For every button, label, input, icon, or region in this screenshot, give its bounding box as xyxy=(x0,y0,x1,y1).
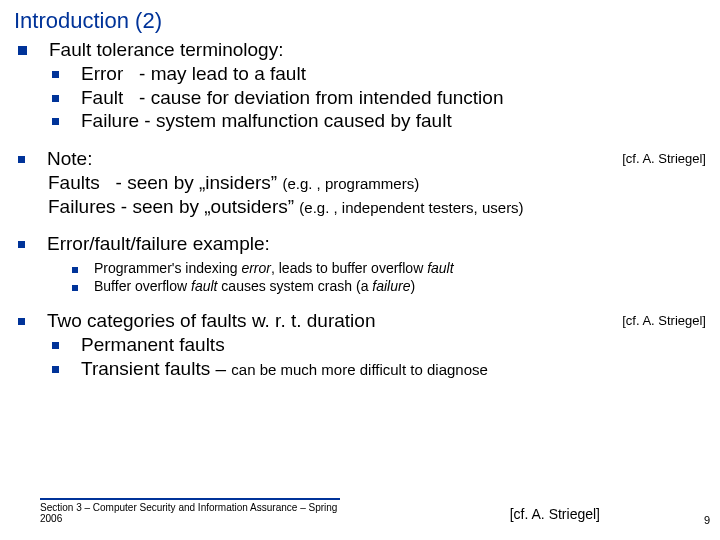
slide-title: Introduction (2) xyxy=(14,8,706,34)
bullet-text: Faults - seen by „insiders” (e.g. , prog… xyxy=(48,171,419,195)
text-part: ) xyxy=(410,278,415,294)
bullet-1-sub-1: Error - may lead to a fault xyxy=(52,62,706,86)
square-bullet-icon xyxy=(72,285,78,291)
bullet-text: Error - may lead to a fault xyxy=(81,62,306,86)
text-part: causes system crash (a xyxy=(217,278,372,294)
square-bullet-icon xyxy=(72,267,78,273)
bullet-text: Permanent faults xyxy=(81,333,225,357)
citation: [cf. A. Striegel] xyxy=(622,313,706,329)
bullet-4-sub-2: Transient faults – can be much more diff… xyxy=(52,357,706,381)
slide: Introduction (2) Fault tolerance termino… xyxy=(0,0,720,540)
footer-section-label: Section 3 – Computer Security and Inform… xyxy=(40,498,340,524)
text-part: (e.g. , programmers) xyxy=(282,175,419,192)
text-part: fault xyxy=(191,278,217,294)
bullet-text: Buffer overflow fault causes system cras… xyxy=(94,278,415,296)
text-part: (e.g. , independent testers, users) xyxy=(299,199,523,216)
bullet-text: Fault - cause for deviation from intende… xyxy=(81,86,503,110)
bullet-text: Failures - seen by „outsiders” (e.g. , i… xyxy=(48,195,524,219)
bullet-1: Fault tolerance terminology: xyxy=(18,38,706,62)
bullet-4-sub-1: Permanent faults xyxy=(52,333,706,357)
text-part: failure xyxy=(372,278,410,294)
footer-citation: [cf. A. Striegel] xyxy=(510,506,600,522)
bullet-4-text: Two categories of faults w. r. t. durati… xyxy=(47,309,375,333)
bullet-text: Transient faults – can be much more diff… xyxy=(81,357,488,381)
square-bullet-icon xyxy=(52,95,59,102)
bullet-1-text: Fault tolerance terminology: xyxy=(49,38,283,62)
bullet-3-sub-1: Programmer's indexing error, leads to bu… xyxy=(72,260,706,278)
page-number: 9 xyxy=(704,514,710,526)
bullet-text: Failure - system malfunction caused by f… xyxy=(81,109,452,133)
bullet-2: Note: [cf. A. Striegel] Faults - seen by… xyxy=(14,147,706,218)
square-bullet-icon xyxy=(52,342,59,349)
text-part: , leads to buffer overflow xyxy=(271,260,427,276)
text-part: Buffer overflow xyxy=(94,278,191,294)
citation: [cf. A. Striegel] xyxy=(622,151,706,167)
square-bullet-icon xyxy=(52,71,59,78)
text-part: Programmer's indexing xyxy=(94,260,241,276)
square-bullet-icon xyxy=(18,241,25,248)
bullet-1-sub-3: Failure - system malfunction caused by f… xyxy=(52,109,706,133)
text-part: error xyxy=(241,260,271,276)
bullet-3-text: Error/fault/failure example: xyxy=(47,232,270,256)
text-part: can be much more difficult to diagnose xyxy=(231,361,488,378)
bullet-text: Programmer's indexing error, leads to bu… xyxy=(94,260,454,278)
text-part: Transient faults – xyxy=(81,358,231,379)
text-part: Failures - seen by „outsiders” xyxy=(48,196,299,217)
bullet-3-sub-2: Buffer overflow fault causes system cras… xyxy=(72,278,706,296)
square-bullet-icon xyxy=(18,156,25,163)
text-part: fault xyxy=(427,260,453,276)
square-bullet-icon xyxy=(18,46,27,55)
note-label: Note: xyxy=(47,147,92,171)
square-bullet-icon xyxy=(52,366,59,373)
bullet-1-sub-2: Fault - cause for deviation from intende… xyxy=(52,86,706,110)
square-bullet-icon xyxy=(52,118,59,125)
text-part: Faults - seen by „insiders” xyxy=(48,172,282,193)
square-bullet-icon xyxy=(18,318,25,325)
bullet-3: Error/fault/failure example: Programmer'… xyxy=(14,232,706,295)
bullet-4: Two categories of faults w. r. t. durati… xyxy=(14,309,706,380)
